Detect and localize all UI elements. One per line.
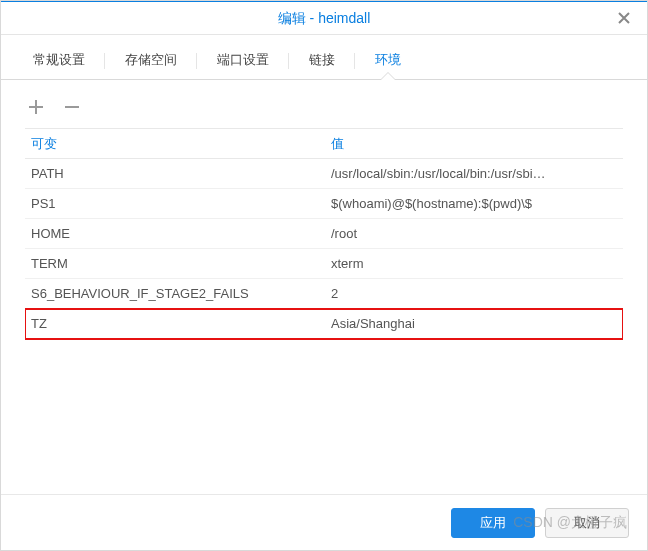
toolbar bbox=[25, 90, 623, 128]
tab-volume[interactable]: 存储空间 bbox=[107, 43, 195, 79]
cell-value: /root bbox=[325, 226, 623, 241]
cancel-button[interactable]: 取消 bbox=[545, 508, 629, 538]
env-table: 可变 值 PATH /usr/local/sbin:/usr/local/bin… bbox=[25, 128, 623, 494]
cell-value: $(whoami)@$(hostname):$(pwd)\$ bbox=[325, 196, 623, 211]
table-row[interactable]: TZ Asia/Shanghai bbox=[25, 309, 623, 339]
tab-environment[interactable]: 环境 bbox=[357, 43, 419, 79]
table-header: 可变 值 bbox=[25, 129, 623, 159]
close-icon bbox=[617, 11, 631, 25]
cell-value: Asia/Shanghai bbox=[325, 316, 623, 331]
cell-value: /usr/local/sbin:/usr/local/bin:/usr/sbi… bbox=[325, 166, 623, 181]
column-header-value[interactable]: 值 bbox=[325, 135, 623, 153]
cell-variable: TERM bbox=[25, 256, 325, 271]
table-row[interactable]: PS1 $(whoami)@$(hostname):$(pwd)\$ bbox=[25, 189, 623, 219]
apply-button[interactable]: 应用 bbox=[451, 508, 535, 538]
table-row[interactable]: PATH /usr/local/sbin:/usr/local/bin:/usr… bbox=[25, 159, 623, 189]
tab-general[interactable]: 常规设置 bbox=[15, 43, 103, 79]
dialog-footer: 应用 取消 CSDN @大橙子疯 bbox=[1, 494, 647, 550]
dialog-body: 可变 值 PATH /usr/local/sbin:/usr/local/bin… bbox=[1, 80, 647, 494]
cell-value: xterm bbox=[325, 256, 623, 271]
cell-variable: S6_BEHAVIOUR_IF_STAGE2_FAILS bbox=[25, 286, 325, 301]
table-row[interactable]: S6_BEHAVIOUR_IF_STAGE2_FAILS 2 bbox=[25, 279, 623, 309]
table-row[interactable]: HOME /root bbox=[25, 219, 623, 249]
dialog-window: 编辑 - heimdall 常规设置 存储空间 端口设置 链接 环境 可变 值 … bbox=[0, 0, 648, 551]
add-button[interactable] bbox=[25, 96, 47, 118]
tab-bar: 常规设置 存储空间 端口设置 链接 环境 bbox=[1, 35, 647, 80]
dialog-title: 编辑 - heimdall bbox=[278, 10, 371, 26]
minus-icon bbox=[62, 97, 82, 117]
tab-port[interactable]: 端口设置 bbox=[199, 43, 287, 79]
plus-icon bbox=[26, 97, 46, 117]
cell-variable: TZ bbox=[25, 316, 325, 331]
column-header-variable[interactable]: 可变 bbox=[25, 135, 325, 153]
remove-button[interactable] bbox=[61, 96, 83, 118]
cell-variable: HOME bbox=[25, 226, 325, 241]
cell-value: 2 bbox=[325, 286, 623, 301]
cell-variable: PATH bbox=[25, 166, 325, 181]
titlebar: 编辑 - heimdall bbox=[1, 1, 647, 35]
cell-variable: PS1 bbox=[25, 196, 325, 211]
tab-links[interactable]: 链接 bbox=[291, 43, 353, 79]
table-row[interactable]: TERM xterm bbox=[25, 249, 623, 279]
close-button[interactable] bbox=[609, 1, 639, 35]
